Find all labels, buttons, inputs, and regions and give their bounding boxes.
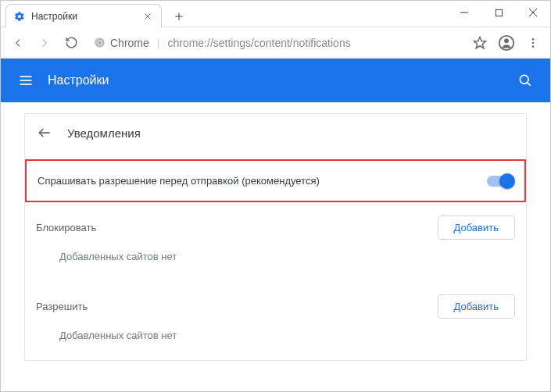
svg-line-21 bbox=[528, 83, 531, 86]
kebab-menu-icon[interactable] bbox=[522, 32, 544, 54]
address-bar[interactable]: Chrome | chrome://settings/content/notif… bbox=[87, 31, 464, 55]
omnibox-separator: | bbox=[157, 37, 160, 49]
svg-point-13 bbox=[504, 38, 509, 43]
allow-section-head: Разрешить Добавить bbox=[36, 287, 515, 325]
browser-toolbar: Chrome | chrome://settings/content/notif… bbox=[1, 27, 550, 59]
settings-content: Уведомления Спрашивать разрешение перед … bbox=[1, 102, 550, 391]
omnibox-url: chrome://settings/content/notifications bbox=[167, 37, 350, 49]
titlebar: Настройки bbox=[1, 1, 550, 27]
svg-rect-5 bbox=[496, 9, 502, 16]
account-icon[interactable] bbox=[496, 32, 517, 54]
settings-header: Настройки bbox=[1, 59, 550, 102]
page-title: Уведомления bbox=[67, 127, 141, 140]
svg-point-10 bbox=[98, 41, 101, 45]
tab-title: Настройки bbox=[31, 11, 142, 22]
reload-button[interactable] bbox=[60, 32, 82, 54]
omnibox-prefix: Chrome bbox=[110, 37, 149, 49]
toggle-knob bbox=[499, 173, 515, 189]
section-header: Уведомления bbox=[25, 114, 526, 151]
block-section-title: Блокировать bbox=[36, 222, 438, 233]
back-arrow-icon[interactable] bbox=[36, 124, 53, 141]
back-button[interactable] bbox=[7, 32, 29, 54]
window-close-button[interactable] bbox=[516, 1, 550, 24]
allow-section-title: Разрешить bbox=[36, 301, 438, 312]
allow-add-button[interactable]: Добавить bbox=[438, 294, 515, 319]
allow-empty-message: Добавленных сайтов нет bbox=[36, 325, 515, 357]
search-icon[interactable] bbox=[516, 71, 535, 90]
toggle-label: Спрашивать разрешение перед отправкой (р… bbox=[38, 175, 487, 187]
tab-settings[interactable]: Настройки bbox=[5, 4, 162, 27]
close-icon[interactable] bbox=[142, 11, 153, 22]
new-tab-button[interactable] bbox=[168, 5, 190, 27]
browser-window: Настройки bbox=[0, 0, 551, 392]
block-empty-message: Добавленных сайтов нет bbox=[36, 246, 515, 278]
hamburger-icon[interactable] bbox=[16, 71, 35, 90]
block-section: Блокировать Добавить Добавленных сайтов … bbox=[25, 202, 526, 281]
svg-point-14 bbox=[532, 38, 535, 41]
svg-marker-11 bbox=[474, 37, 486, 48]
forward-button[interactable] bbox=[34, 32, 55, 54]
svg-point-16 bbox=[532, 45, 535, 48]
svg-point-20 bbox=[520, 75, 528, 84]
star-icon[interactable] bbox=[469, 32, 491, 54]
allow-section: Разрешить Добавить Добавленных сайтов не… bbox=[25, 281, 526, 360]
tab-strip: Настройки bbox=[1, 1, 190, 27]
svg-point-15 bbox=[532, 41, 535, 44]
header-title: Настройки bbox=[48, 73, 516, 87]
maximize-button[interactable] bbox=[481, 1, 516, 24]
ask-toggle[interactable] bbox=[487, 176, 513, 187]
notifications-panel: Уведомления Спрашивать разрешение перед … bbox=[24, 113, 527, 361]
block-add-button[interactable]: Добавить bbox=[438, 216, 515, 240]
block-section-head: Блокировать Добавить bbox=[36, 208, 515, 246]
chrome-icon bbox=[93, 37, 106, 49]
gear-icon bbox=[14, 11, 25, 22]
ask-before-sending-row: Спрашивать разрешение перед отправкой (р… bbox=[25, 159, 526, 202]
minimize-button[interactable] bbox=[447, 1, 481, 24]
window-controls bbox=[447, 1, 550, 24]
